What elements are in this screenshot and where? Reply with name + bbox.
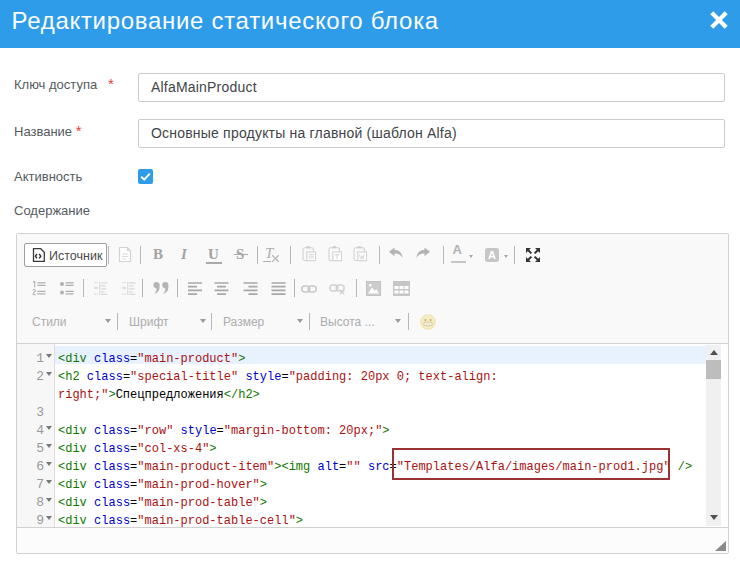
- svg-text:A: A: [488, 249, 496, 261]
